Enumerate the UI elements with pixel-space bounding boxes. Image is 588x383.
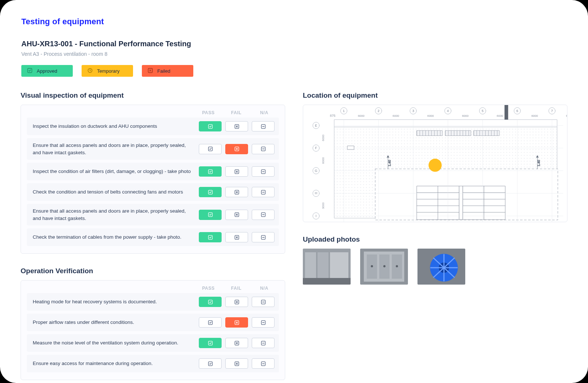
dash-icon: [261, 169, 266, 174]
svg-text:7: 7: [551, 109, 553, 113]
svg-point-75: [371, 265, 373, 267]
check-icon: [208, 212, 213, 217]
svg-rect-66: [305, 252, 316, 281]
checklist-row: Inspect the condition of air filters (di…: [27, 163, 279, 180]
section-location-title: Location of equipment: [303, 91, 567, 100]
check-icon: [208, 235, 213, 240]
location-map[interactable]: 1.40 1.40 1 60002 60003 60004 60005 6000…: [303, 105, 567, 222]
x-icon: [234, 147, 239, 151]
photo-1[interactable]: [303, 249, 351, 285]
photo-3[interactable]: [417, 249, 465, 285]
svg-text:1: 1: [343, 109, 345, 113]
legend-approved-label: Approved: [37, 68, 57, 74]
svg-point-76: [383, 265, 386, 267]
svg-text:6000: 6000: [497, 114, 503, 118]
checklist-visual-rows: Inspect the insulation on ductwork and A…: [27, 118, 279, 246]
photo-2[interactable]: [360, 249, 408, 285]
svg-rect-9: [348, 146, 354, 149]
col-na: N/A: [250, 110, 278, 115]
check-icon: [208, 190, 213, 195]
checklist-item-label: Check the condition and tension of belts…: [33, 188, 193, 196]
section-operation-title: Operation Verification: [21, 267, 285, 275]
svg-rect-6: [417, 131, 442, 136]
section-photos-title: Uploaded photos: [303, 235, 567, 243]
na-button[interactable]: [252, 210, 275, 220]
pass-button[interactable]: [199, 358, 222, 369]
dim-right: 1.40: [537, 160, 541, 166]
svg-text:H: H: [315, 191, 317, 195]
pass-button[interactable]: [199, 210, 222, 220]
dash-icon: [261, 190, 266, 195]
na-button[interactable]: [252, 358, 275, 369]
svg-text:E: E: [315, 124, 317, 127]
page-title: Testing of equipment: [21, 17, 567, 26]
x-icon: [234, 169, 239, 174]
na-button[interactable]: [252, 232, 275, 242]
na-button[interactable]: [252, 338, 275, 348]
svg-text:4: 4: [447, 109, 449, 113]
equipment-title: AHU-XR13-001 - Functional Performance Te…: [21, 40, 567, 48]
svg-text:6000: 6000: [531, 114, 538, 118]
checklist-header: PASS FAIL N/A: [27, 286, 279, 293]
svg-text:I: I: [316, 214, 316, 218]
svg-point-77: [396, 265, 398, 267]
pass-button[interactable]: [199, 232, 222, 242]
check-icon: [208, 320, 213, 325]
svg-text:F: F: [315, 146, 317, 150]
x-icon: [234, 361, 239, 366]
col-na: N/A: [250, 286, 278, 291]
checklist-row: Ensure that all access panels and doors …: [27, 204, 279, 225]
pass-button[interactable]: [199, 338, 222, 348]
checklist-row: Check the termination of cables from the…: [27, 228, 279, 246]
svg-rect-5: [334, 120, 557, 127]
pass-button[interactable]: [199, 297, 222, 307]
fail-button[interactable]: [225, 166, 248, 177]
svg-rect-67: [318, 252, 329, 281]
pass-button[interactable]: [199, 187, 222, 197]
floorplan-svg: 1.40 1.40 1 60002 60003 60004 60005 6000…: [303, 105, 567, 222]
section-visual-title: Visual inspection of equipment: [21, 91, 285, 100]
checklist-row: Inspect the insulation on ductwork and A…: [27, 118, 279, 135]
clock-icon: [87, 68, 93, 74]
location-marker[interactable]: [429, 159, 442, 172]
checklist-item-label: Check the termination of cables from the…: [33, 234, 193, 241]
photos-row: [303, 249, 567, 285]
dash-icon: [261, 147, 266, 151]
fail-button[interactable]: [225, 144, 248, 154]
fail-button[interactable]: [225, 317, 248, 328]
na-button[interactable]: [252, 144, 275, 154]
fail-button[interactable]: [225, 210, 248, 220]
pass-button[interactable]: [199, 317, 222, 328]
pass-button[interactable]: [199, 166, 222, 177]
fail-button[interactable]: [225, 358, 248, 369]
fail-button[interactable]: [225, 297, 248, 307]
na-button[interactable]: [252, 166, 275, 177]
checklist-item-label: Ensure that all access panels and doors …: [33, 207, 193, 222]
fail-button[interactable]: [225, 187, 248, 197]
checklist-item-label: Inspect the condition of air filters (di…: [33, 168, 193, 175]
legend-temporary-label: Temporary: [97, 68, 119, 74]
pass-button[interactable]: [199, 121, 222, 131]
fail-button[interactable]: [225, 121, 248, 131]
check-icon: [208, 124, 213, 129]
svg-text:G: G: [315, 169, 318, 173]
na-button[interactable]: [252, 187, 275, 197]
dash-icon: [261, 235, 266, 240]
checklist-item-label: Ensure easy access for maintenance durin…: [33, 360, 193, 367]
x-icon: [234, 190, 239, 195]
svg-text:6000: 6000: [322, 157, 325, 164]
legend-approved: Approved: [21, 65, 73, 77]
na-button[interactable]: [252, 121, 275, 131]
app-window: Testing of equipment AHU-XR13-001 - Func…: [0, 0, 588, 383]
fail-button[interactable]: [225, 232, 248, 242]
check-icon: [208, 147, 213, 151]
fail-button[interactable]: [225, 338, 248, 348]
dash-icon: [261, 320, 266, 325]
na-button[interactable]: [252, 317, 275, 328]
svg-rect-15: [484, 186, 505, 220]
checklist-row: Heating mode for heat recovery systems i…: [27, 293, 279, 311]
checklist-row: Proper airflow rates under different con…: [27, 314, 279, 331]
pass-button[interactable]: [199, 144, 222, 154]
na-button[interactable]: [252, 297, 275, 307]
checklist-item-label: Heating mode for heat recovery systems i…: [33, 298, 193, 306]
